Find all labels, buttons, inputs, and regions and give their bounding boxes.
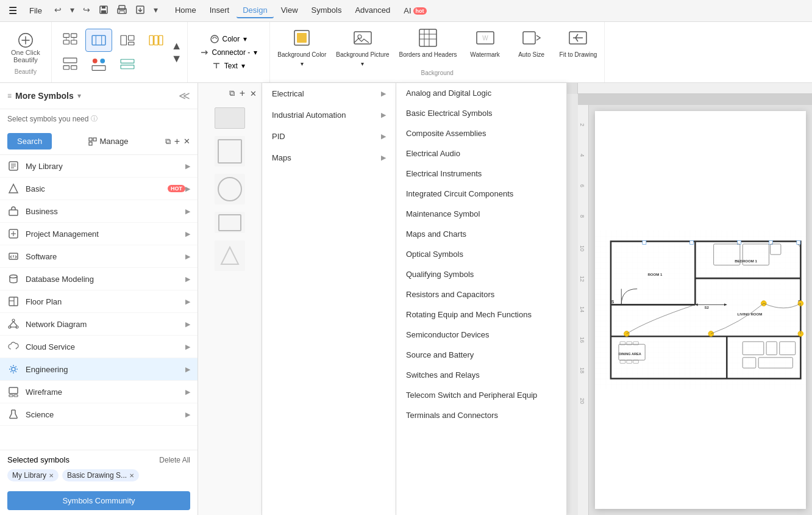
sym-qualifying[interactable]: Qualifying Symbols [396,264,566,284]
hamburger-menu[interactable]: ☰ [5,2,21,19]
sym-source-battery[interactable]: Source and Battery [396,345,566,365]
sym-switches[interactable]: Switches and Relays [396,365,566,385]
wireframe-label: Wireframe [26,387,185,397]
svg-rect-36 [419,29,436,46]
layout-tool-2[interactable] [85,29,112,52]
text-btn[interactable]: Text ▾ [207,60,250,72]
menu-design[interactable]: Design [237,3,273,18]
thumb-item-4 [215,212,245,233]
sym-composite[interactable]: Composite Assemblies [396,123,566,143]
panel-menu-icon[interactable]: ≡ [7,92,12,100]
save-btn[interactable] [95,2,112,19]
sidebar-item-database-modeling[interactable]: Database Modeling ▶ [0,268,198,290]
sym-elec-audio[interactable]: Electrical Audio [396,143,566,164]
layout-scroll-down[interactable]: ▼ [171,52,182,65]
sidebar-item-engineering[interactable]: Engineering ▶ [0,358,198,381]
sidebar-item-floor-plan[interactable]: Floor Plan ▶ [0,290,198,313]
undo-btn[interactable]: ↩ [51,2,65,19]
sidebar-item-my-library[interactable]: My Library ▶ [0,155,198,178]
sym-semiconductor[interactable]: Semiconductor Devices [396,325,566,345]
sym-telecom[interactable]: Telecom Switch and Peripheral Equip [396,385,566,405]
svg-rect-9 [71,34,76,37]
selected-header: Selected symbols Delete All [7,455,190,464]
submenu-electrical[interactable]: Electrical ▶ [262,83,396,104]
borders-btn[interactable]: Borders and Headers [399,27,457,58]
add-icon[interactable]: + [174,136,180,147]
sym-maintenance[interactable]: Maintenance Symbol [396,204,566,224]
svg-rect-71 [14,395,18,397]
sidebar-item-project-management[interactable]: Project Management ▶ [0,223,198,245]
db-icon [7,273,20,285]
layout-tool-1[interactable] [57,29,84,52]
svg-rect-8 [63,34,69,37]
canvas-inner[interactable]: 2 4 6 8 10 12 14 16 18 20 [578,94,812,515]
layout-scroll-up[interactable]: ▲ [171,40,182,52]
layout-tool-5[interactable] [114,29,141,51]
sidebar-item-wireframe[interactable]: Wireframe ▶ [0,381,198,403]
menu-ai[interactable]: AI hot [397,3,432,18]
svg-rect-11 [71,40,76,44]
sidebar-item-business[interactable]: Business ▶ [0,200,198,223]
selected-title: Selected symbols [7,455,69,464]
search-button[interactable]: Search [7,133,52,149]
bg-color-btn[interactable]: Background Color ▾ [277,27,326,67]
sym-rotating[interactable]: Rotating Equip and Mech Functions [396,304,566,325]
layout-tool-6[interactable] [143,29,169,51]
submenu-pid[interactable]: PID ▶ [262,126,396,147]
menu-file[interactable]: File [23,4,48,18]
svg-point-20 [93,59,98,63]
sym-maps-charts[interactable]: Maps and Charts [396,224,566,244]
canvas-area[interactable]: -6 -4 -2 0 2 4 6 8 10 12 14 16 18 20 22 … [567,83,812,515]
redo-btn[interactable]: ↪ [79,2,94,19]
color-btn[interactable]: Color ▾ [205,33,252,45]
sidebar-item-cloud-service[interactable]: Cloud Service ▶ [0,336,198,358]
symbols-community-btn[interactable]: Symbols Community [7,491,190,510]
layout-tool-3[interactable] [57,54,84,76]
delete-all-btn[interactable]: Delete All [159,456,190,464]
manage-button[interactable]: Manage [88,137,128,146]
thumb-close-icon[interactable]: ✕ [250,89,257,98]
sidebar-item-basic[interactable]: Basic HOT ▶ [0,178,198,200]
sym-elec-instruments[interactable]: Electrical Instruments [396,164,566,184]
submenu-industrial[interactable]: Industrial Automation ▶ [262,104,396,126]
menu-home[interactable]: Home [169,3,202,18]
copy-icon[interactable]: ⧉ [165,137,171,146]
ribbon-one-click-section: One ClickBeautify Beautify [0,22,52,82]
sym-basic-elec[interactable]: Basic Electrical Symbols [396,103,566,123]
sym-terminals[interactable]: Terminals and Connectors [396,405,566,425]
tag-close-my-library[interactable]: ✕ [49,472,54,479]
svg-rect-2 [101,10,106,13]
thumb-add-icon[interactable]: + [240,88,245,99]
layout-tool-7[interactable] [114,53,141,75]
sidebar-item-network-diagram[interactable]: Network Diagram ▶ [0,313,198,336]
tag-close-basic[interactable]: ✕ [129,472,134,479]
submenu-maps[interactable]: Maps ▶ [262,147,396,168]
sidebar-item-science[interactable]: Science ▶ [0,403,198,426]
sidebar-item-software[interactable]: Software ▶ [0,245,198,268]
connector-btn[interactable]: Connector - ▾ [195,46,263,59]
more-dropdown[interactable]: ▾ [150,2,162,19]
print-btn[interactable] [113,2,130,19]
one-click-beautify-btn[interactable]: One ClickBeautify [7,29,44,66]
bg-picture-btn[interactable]: Background Picture ▾ [336,27,389,67]
export-btn[interactable] [132,2,149,19]
panel-collapse-btn[interactable]: ≪ [179,89,190,103]
close-icon[interactable]: ✕ [183,137,190,146]
sym-resistors[interactable]: Resistors and Capacitors [396,284,566,304]
fit-to-drawing-btn[interactable]: Fit to Drawing [560,27,597,58]
menu-advanced[interactable]: Advanced [349,3,396,18]
menu-symbols[interactable]: Symbols [305,3,348,18]
thumb-copy-icon[interactable]: ⧉ [229,88,235,98]
menu-view[interactable]: View [275,3,304,18]
sym-ic[interactable]: Integrated Circuit Components [396,184,566,204]
undo-dropdown[interactable]: ▾ [66,2,78,19]
layout-tool-4[interactable] [85,54,112,76]
floorplan-svg: ROOM 1 BEDROOM 1 LIVING ROOM DINING AREA… [595,111,806,509]
panel-dropdown-icon[interactable]: ▾ [77,92,81,100]
sym-analog[interactable]: Analog and Digital Logic [396,83,566,103]
ribbon: One ClickBeautify Beautify [0,22,812,83]
auto-size-btn[interactable]: Auto Size [513,27,550,58]
menu-insert[interactable]: Insert [204,3,236,18]
sym-optical[interactable]: Optical Symbols [396,244,566,264]
watermark-btn[interactable]: W Watermark [467,27,504,58]
